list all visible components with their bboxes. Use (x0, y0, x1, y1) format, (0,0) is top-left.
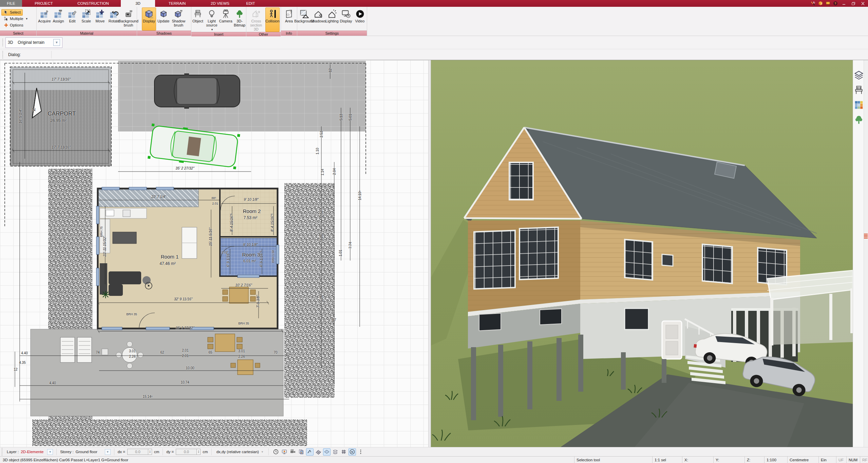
dy-input[interactable]: 0.0 (176, 449, 197, 455)
storey-dropdown-chevron-icon[interactable]: ▼ (105, 449, 111, 455)
camcorder-icon[interactable] (289, 448, 297, 456)
dy-label: dy = (166, 450, 174, 454)
splitter-handle-icon[interactable] (864, 232, 868, 241)
status-uf: UF (836, 457, 846, 463)
layer-value[interactable]: 2D-Elemente (21, 450, 45, 454)
dx-unit: cm (154, 450, 159, 454)
background-icon (299, 8, 309, 19)
house-plan[interactable] (96, 187, 279, 330)
tab-2d-views[interactable]: 2D VIEWS (199, 0, 241, 7)
tab-bar: FILEPROJECTCONSTRUCTION3DTERRAIN2D VIEWS… (0, 0, 868, 7)
ribbon-group-settings: BackgroundShadowsLightingDisplayVideoSet… (297, 7, 367, 36)
chevron-down-icon[interactable]: ▼ (53, 39, 60, 46)
toolbar-grip[interactable] (1, 448, 3, 456)
minimize-button[interactable] (840, 1, 848, 6)
dx-spinner[interactable]: ▲▼ (148, 449, 152, 455)
btn-display[interactable]: Display (142, 7, 156, 31)
svg-text:N: N (351, 450, 353, 453)
btn-scale[interactable]: Scale (79, 7, 93, 31)
tree-catalog-icon[interactable] (854, 115, 864, 125)
close-icon[interactable] (859, 1, 867, 6)
btn-camera[interactable]: Camera (219, 7, 232, 32)
carport-3d[interactable] (767, 270, 853, 345)
btn-area[interactable]: ?Area (282, 7, 296, 31)
dx-label: dx = (118, 450, 125, 454)
terrain-dropdown-value: Original terrain (18, 40, 44, 45)
toolbar-grip[interactable] (2, 38, 3, 47)
btn-object[interactable]: Object (191, 7, 205, 32)
clock-icon[interactable] (272, 448, 280, 456)
status-y: Y: (713, 457, 744, 463)
chair-catalog-icon[interactable] (854, 85, 864, 95)
ribbon-group-label-other: Other (246, 32, 281, 36)
btn-options[interactable]: Options (1, 22, 25, 29)
video-icon (355, 8, 365, 19)
btn-acquire[interactable]: Acquire (38, 7, 51, 31)
terrain-dropdown[interactable]: Original terrain ▼ (18, 39, 60, 46)
pane-splitter[interactable] (428, 60, 431, 447)
tab-file[interactable]: FILE (0, 0, 22, 7)
view-mode-label: 3D (8, 40, 13, 45)
btn-light-source[interactable]: Light source ▼ (205, 7, 219, 32)
tab-project[interactable]: PROJECT (22, 0, 65, 7)
restore-button[interactable] (850, 1, 857, 6)
status-message: 3D object (65995 Einzelflächen) Car06 Pa… (0, 458, 574, 462)
chevron-down-icon: ▼ (261, 450, 264, 453)
ribbon-group-label-info: Info (281, 31, 297, 36)
titlebar-quick-icons: ? (810, 1, 838, 6)
btn-select[interactable]: Select (1, 9, 23, 16)
right-side-panel (853, 60, 868, 447)
storey-label: Storey : (60, 450, 74, 454)
btn-background[interactable]: Background (298, 7, 311, 31)
car-gray-2d[interactable] (154, 73, 240, 109)
object-icon (193, 8, 203, 19)
tab-edit[interactable]: EDIT (241, 0, 260, 7)
vertical-scrollbar[interactable] (864, 60, 868, 447)
btn-background-brush[interactable]: Background brush (121, 7, 136, 31)
screen-star-icon[interactable] (281, 448, 288, 456)
2d-plan-canvas[interactable]: 17' 7 13/16"16' 5 1/4"CARPORT26.95 m²17'… (0, 60, 428, 447)
btn-shadows[interactable]: Shadows (312, 7, 325, 31)
kebab-icon[interactable] (357, 448, 364, 456)
tab-construction[interactable]: CONSTRUCTION (65, 0, 121, 7)
toolbar-grip[interactable] (2, 51, 3, 59)
status-selection-tool: Selection tool (574, 457, 652, 463)
layers-catalog-icon[interactable] (854, 70, 864, 80)
screen-icon[interactable] (825, 1, 831, 6)
dy-spinner[interactable]: ▲▼ (197, 449, 201, 455)
btn-shadow-brush[interactable]: Shadow brush (171, 7, 186, 31)
layer-stack-icon[interactable] (332, 448, 339, 456)
tools-icon[interactable] (810, 1, 816, 6)
btn-edit[interactable]: Edit (65, 7, 79, 31)
storey-value[interactable]: Ground floor (76, 450, 103, 454)
status-z: Z: (744, 457, 764, 463)
btn-collision[interactable]: Collision (265, 7, 280, 32)
btn-video[interactable]: Video (353, 7, 367, 31)
3d-viewport[interactable] (431, 60, 853, 447)
box-icon[interactable] (817, 1, 823, 6)
dx-input[interactable]: 0.0 (127, 449, 148, 455)
select-icon (3, 10, 8, 15)
ribbon-group-other: Cross section 3DCollisionOther (246, 7, 281, 36)
layer-dropdown-chevron-icon[interactable]: ▼ (47, 449, 53, 455)
btn-update[interactable]: Update (156, 7, 170, 31)
coordinate-mode-dropdown[interactable]: dx,dy (relative cartesian) ▼ (215, 450, 265, 454)
btn-display[interactable]: Display (339, 7, 353, 31)
roads-icon[interactable] (315, 448, 322, 456)
scale-icon (81, 8, 91, 19)
help-icon[interactable]: ? (832, 1, 838, 6)
tab-terrain[interactable]: TERRAIN (155, 0, 199, 7)
btn-move[interactable]: Move (93, 7, 107, 31)
grid-icon[interactable] (340, 448, 347, 456)
diamond-icon[interactable] (323, 448, 331, 456)
btn-assign[interactable]: Assign (52, 7, 65, 31)
btn-3d-bitmap[interactable]: 3D-Bitmap (233, 7, 246, 32)
tab-3d[interactable]: 3D (121, 0, 155, 7)
carport[interactable] (10, 67, 111, 166)
compass-n-icon[interactable]: N (348, 448, 356, 456)
btn-multiple[interactable]: Multiple▼ (1, 16, 30, 22)
pages-icon[interactable] (298, 448, 305, 456)
btn-lighting[interactable]: Lighting (325, 7, 339, 31)
roof-angle-icon[interactable] (306, 448, 314, 456)
palette-catalog-icon[interactable] (854, 100, 864, 110)
